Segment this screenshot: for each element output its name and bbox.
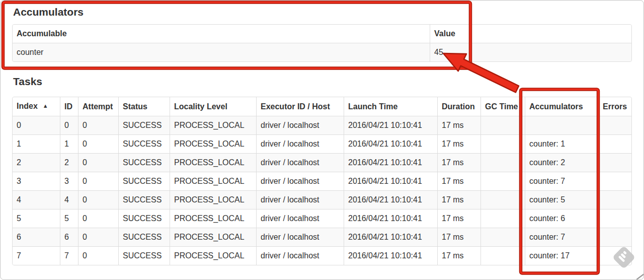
column-header-accumulators[interactable]: Accumulators xyxy=(525,97,598,116)
cell-launch-time: 2016/04/21 10:10:41 xyxy=(344,246,437,265)
cell-value: 45 xyxy=(430,43,631,61)
cell-accumulators: counter: 5 xyxy=(525,190,598,209)
cell-index: 1 xyxy=(13,134,60,153)
table-row: 440SUCCESSPROCESS_LOCALdriver / localhos… xyxy=(13,190,631,209)
cell-id: 6 xyxy=(60,228,78,246)
cell-attempt: 0 xyxy=(78,153,118,172)
column-header-label: Locality Level xyxy=(174,102,227,111)
column-header-label: Duration xyxy=(442,102,475,111)
cell-duration: 17 ms xyxy=(437,228,480,246)
cell-gc-time xyxy=(480,246,525,265)
cell-id: 3 xyxy=(60,172,78,190)
cell-gc-time xyxy=(480,228,525,246)
column-header-launch-time[interactable]: Launch Time xyxy=(344,97,437,116)
table-row: 220SUCCESSPROCESS_LOCALdriver / localhos… xyxy=(13,153,631,172)
cell-gc-time xyxy=(480,190,525,209)
column-header-id[interactable]: ID xyxy=(60,97,78,116)
column-header-label: Errors xyxy=(603,102,627,111)
cell-duration: 17 ms xyxy=(437,172,480,190)
column-header-label: ID xyxy=(64,102,72,111)
cell-errors xyxy=(598,153,631,172)
cell-status: SUCCESS xyxy=(118,246,170,265)
cell-duration: 17 ms xyxy=(437,246,480,265)
cell-duration: 17 ms xyxy=(437,153,480,172)
cell-status: SUCCESS xyxy=(118,172,170,190)
cell-executor-id-host: driver / localhost xyxy=(256,228,344,246)
column-header-attempt[interactable]: Attempt xyxy=(78,97,118,116)
cell-duration: 17 ms xyxy=(437,134,480,153)
cell-status: SUCCESS xyxy=(118,134,170,153)
column-header-index[interactable]: Index▲ xyxy=(13,97,60,116)
cell-status: SUCCESS xyxy=(118,190,170,209)
cell-index: 0 xyxy=(13,116,60,134)
column-header-accumulable[interactable]: Accumulable xyxy=(13,25,430,43)
tasks-table-body: 000SUCCESSPROCESS_LOCALdriver / localhos… xyxy=(13,116,631,265)
cell-locality-level: PROCESS_LOCAL xyxy=(170,228,256,246)
cell-index: 6 xyxy=(13,228,60,246)
cell-errors xyxy=(598,246,631,265)
cell-status: SUCCESS xyxy=(118,153,170,172)
column-header-label: Launch Time xyxy=(348,102,397,111)
cell-attempt: 0 xyxy=(78,190,118,209)
cell-errors xyxy=(598,116,631,134)
cell-executor-id-host: driver / localhost xyxy=(256,190,344,209)
cell-attempt: 0 xyxy=(78,172,118,190)
cell-launch-time: 2016/04/21 10:10:41 xyxy=(344,172,437,190)
cell-id: 2 xyxy=(60,153,78,172)
cell-status: SUCCESS xyxy=(118,116,170,134)
column-header-duration[interactable]: Duration xyxy=(437,97,480,116)
cell-launch-time: 2016/04/21 10:10:41 xyxy=(344,153,437,172)
table-row: counter45 xyxy=(13,43,631,61)
cell-accumulators: counter: 7 xyxy=(525,172,598,190)
table-row: 770SUCCESSPROCESS_LOCALdriver / localhos… xyxy=(13,246,631,265)
cell-attempt: 0 xyxy=(78,134,118,153)
column-header-locality-level[interactable]: Locality Level xyxy=(170,97,256,116)
cell-launch-time: 2016/04/21 10:10:41 xyxy=(344,209,437,228)
column-header-status[interactable]: Status xyxy=(118,97,170,116)
cell-id: 5 xyxy=(60,209,78,228)
column-header-gc-time[interactable]: GC Time xyxy=(480,97,525,116)
column-header-executor-id-host[interactable]: Executor ID / Host xyxy=(256,97,344,116)
cell-attempt: 0 xyxy=(78,228,118,246)
column-header-label: Accumulable xyxy=(17,29,67,38)
column-header-label: Accumulators xyxy=(529,102,583,111)
table-row: 330SUCCESSPROCESS_LOCALdriver / localhos… xyxy=(13,172,631,190)
cell-index: 7 xyxy=(13,246,60,265)
corner-artifact xyxy=(637,274,644,279)
cell-executor-id-host: driver / localhost xyxy=(256,153,344,172)
column-header-label: GC Time xyxy=(485,102,518,111)
cell-index: 5 xyxy=(13,209,60,228)
cell-duration: 17 ms xyxy=(437,116,480,134)
cell-locality-level: PROCESS_LOCAL xyxy=(170,209,256,228)
cell-gc-time xyxy=(480,153,525,172)
cell-executor-id-host: driver / localhost xyxy=(256,209,344,228)
table-row: 110SUCCESSPROCESS_LOCALdriver / localhos… xyxy=(13,134,631,153)
cell-launch-time: 2016/04/21 10:10:41 xyxy=(344,228,437,246)
cell-id: 4 xyxy=(60,190,78,209)
accumulable-table: AccumulableValue counter45 xyxy=(12,24,632,62)
cell-status: SUCCESS xyxy=(118,228,170,246)
cell-locality-level: PROCESS_LOCAL xyxy=(170,190,256,209)
cell-errors xyxy=(598,172,631,190)
accumulable-table-body: counter45 xyxy=(13,43,631,61)
column-header-errors[interactable]: Errors xyxy=(598,97,631,116)
cell-errors xyxy=(598,190,631,209)
cell-accumulators: counter: 1 xyxy=(525,134,598,153)
cell-executor-id-host: driver / localhost xyxy=(256,134,344,153)
cell-id: 7 xyxy=(60,246,78,265)
cell-accumulators: counter: 2 xyxy=(525,153,598,172)
table-row: 550SUCCESSPROCESS_LOCALdriver / localhos… xyxy=(13,209,631,228)
table-row: 660SUCCESSPROCESS_LOCALdriver / localhos… xyxy=(13,228,631,246)
cell-index: 4 xyxy=(13,190,60,209)
accumulable-header-row: AccumulableValue xyxy=(13,25,631,43)
cell-index: 3 xyxy=(13,172,60,190)
cell-locality-level: PROCESS_LOCAL xyxy=(170,172,256,190)
tasks-table: Index▲IDAttemptStatusLocality LevelExecu… xyxy=(12,97,632,265)
cell-accumulators: counter: 7 xyxy=(525,228,598,246)
cell-locality-level: PROCESS_LOCAL xyxy=(170,246,256,265)
cell-duration: 17 ms xyxy=(437,209,480,228)
cell-executor-id-host: driver / localhost xyxy=(256,116,344,134)
screenshot-frame: Accumulators AccumulableValue counter45 … xyxy=(0,0,644,280)
column-header-value[interactable]: Value xyxy=(430,25,631,43)
accumulators-heading: Accumulators xyxy=(13,6,84,18)
